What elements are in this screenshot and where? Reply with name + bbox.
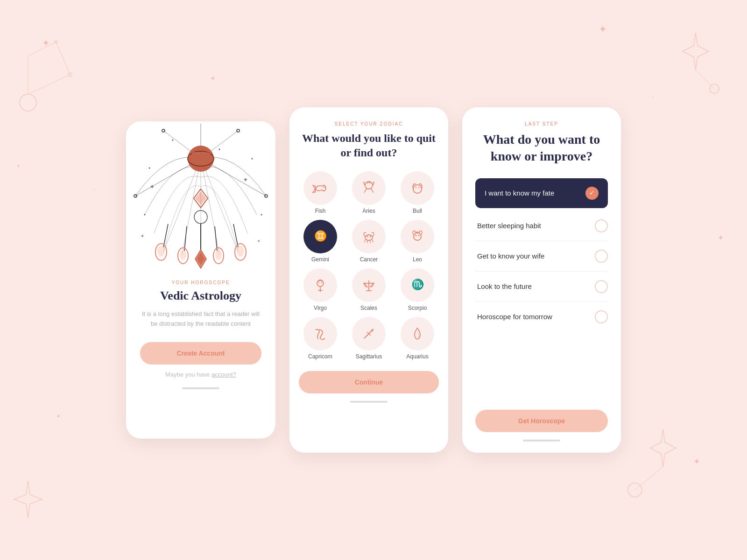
- svg-point-65: [414, 233, 421, 240]
- svg-point-71: [321, 282, 322, 283]
- svg-point-56: [324, 187, 325, 188]
- svg-line-10: [635, 467, 663, 490]
- zodiac-scales-icon: [352, 268, 386, 302]
- svg-point-70: [318, 282, 319, 283]
- get-horoscope-button[interactable]: Get Horoscope: [475, 410, 608, 432]
- zodiac-aquarius-label: Aquarius: [406, 353, 428, 360]
- last-step-label: LAST STEP: [475, 121, 608, 126]
- option-wife[interactable]: Get to know your wife: [475, 241, 608, 272]
- svg-point-9: [628, 483, 642, 497]
- zodiac-scorpio-icon: ♏: [401, 268, 434, 302]
- svg-point-58: [413, 185, 422, 193]
- zodiac-capricorn-label: Capricorn: [308, 353, 332, 360]
- zodiac-gemini-label: Gemini: [311, 256, 329, 263]
- create-account-button[interactable]: Create Account: [140, 342, 261, 364]
- zodiac-leo-label: Leo: [413, 256, 422, 263]
- svg-point-17: [261, 214, 262, 216]
- svg-point-76: [373, 282, 374, 284]
- screen1-description: It is a long established fact that a rea…: [140, 309, 261, 329]
- zodiac-gemini-icon: ♊: [303, 220, 337, 253]
- svg-point-6: [68, 73, 72, 77]
- svg-point-59: [416, 187, 416, 188]
- zodiac-sagittarius[interactable]: Sagittarius: [347, 317, 390, 360]
- svg-point-44: [215, 250, 222, 260]
- option-list: I want to know my fate ✓ Better sleeping…: [475, 178, 608, 399]
- zodiac-sagittarius-icon: [352, 317, 386, 350]
- zodiac-cancer-icon: [352, 220, 386, 253]
- zodiac-virgo-label: Virgo: [314, 305, 327, 311]
- zodiac-virgo-icon: [303, 268, 337, 302]
- login-text: Maybe you have account?: [165, 371, 236, 378]
- svg-point-0: [20, 94, 36, 111]
- bottom-indicator-3: [523, 440, 560, 441]
- zodiac-fish[interactable]: Fish: [299, 171, 342, 214]
- svg-text:✦: ✦: [140, 233, 145, 239]
- svg-text:♊: ♊: [314, 230, 327, 242]
- svg-text:✦: ✦: [149, 183, 155, 190]
- svg-point-75: [363, 282, 365, 284]
- zodiac-bull-icon: [401, 171, 434, 205]
- zodiac-bull-label: Bull: [413, 208, 422, 214]
- option-fate-text: I want to know my fate: [485, 189, 554, 197]
- option-tomorrow-text: Horoscope for tomorrow: [477, 313, 552, 321]
- option-sleeping-text: Better sleeping habit: [477, 222, 541, 230]
- option-tomorrow[interactable]: Horoscope for tomorrow: [475, 302, 608, 332]
- zodiac-cancer[interactable]: Cancer: [347, 220, 390, 263]
- zodiac-gemini[interactable]: ♊ Gemini: [299, 220, 342, 263]
- zodiac-aries-label: Aries: [362, 208, 375, 214]
- zodiac-virgo[interactable]: Virgo: [299, 268, 342, 311]
- svg-point-68: [317, 280, 324, 287]
- option-future[interactable]: Look to the future: [475, 272, 608, 302]
- zodiac-aquarius-icon: [401, 317, 434, 350]
- svg-point-13: [219, 149, 220, 150]
- svg-text:✦: ✦: [257, 238, 261, 244]
- login-link[interactable]: account?: [211, 371, 236, 378]
- screen1-content: YOUR HOROSCOPE Vedic Astrology It is a l…: [126, 271, 275, 378]
- zodiac-leo[interactable]: Leo: [396, 220, 439, 263]
- option-fate-radio: ✓: [585, 187, 599, 200]
- screen2-card: SELECT YOUR ZODIAC What would you like t…: [289, 107, 448, 453]
- zodiac-aquarius[interactable]: Aquarius: [396, 317, 439, 360]
- svg-point-7: [710, 84, 719, 93]
- svg-point-47: [237, 245, 244, 257]
- screen1-card: ✦ ✦ ✦ ✦ YOUR HOROSCOPE Vedic Astrology I…: [126, 121, 275, 439]
- svg-line-2: [28, 42, 56, 56]
- option-tomorrow-radio: [595, 310, 608, 323]
- bottom-indicator-2: [350, 401, 388, 403]
- zodiac-capricorn-icon: [303, 317, 337, 350]
- option-future-radio: [595, 280, 608, 293]
- svg-line-4: [28, 75, 70, 94]
- option-fate[interactable]: I want to know my fate ✓: [475, 178, 608, 208]
- svg-point-28: [188, 146, 214, 172]
- screen1-title: Vedic Astrology: [160, 289, 241, 303]
- zodiac-grid: Fish Aries: [299, 171, 439, 360]
- zodiac-aries[interactable]: Aries: [347, 171, 390, 214]
- svg-text:✦: ✦: [243, 176, 248, 183]
- zodiac-sagittarius-label: Sagittarius: [356, 353, 382, 360]
- zodiac-scorpio[interactable]: ♏ Scorpio: [396, 268, 439, 311]
- svg-point-15: [252, 158, 253, 160]
- screen2-title: What would you like to quit or find out?: [299, 131, 439, 160]
- svg-text:♏: ♏: [411, 278, 424, 291]
- zodiac-bull[interactable]: Bull: [396, 171, 439, 214]
- option-sleeping[interactable]: Better sleeping habit: [475, 211, 608, 241]
- screen1-label: YOUR HOROSCOPE: [172, 280, 230, 285]
- astrology-illustration: ✦ ✦ ✦ ✦: [126, 121, 275, 271]
- zodiac-scorpio-label: Scorpio: [408, 305, 427, 311]
- zodiac-fish-label: Fish: [315, 208, 326, 214]
- zodiac-capricorn[interactable]: Capricorn: [299, 317, 342, 360]
- zodiac-fish-icon: [303, 171, 337, 205]
- screen3-card: LAST STEP What do you want to know or im…: [462, 107, 621, 453]
- zodiac-scales[interactable]: Scales: [347, 268, 390, 311]
- svg-point-67: [418, 235, 420, 237]
- screen3-title: What do you want to know or improve?: [475, 131, 608, 165]
- svg-point-14: [149, 168, 150, 169]
- option-future-text: Look to the future: [477, 282, 532, 290]
- svg-point-66: [416, 235, 417, 237]
- bottom-indicator: [182, 387, 219, 389]
- select-zodiac-label: SELECT YOUR ZODIAC: [335, 121, 403, 126]
- svg-line-8: [696, 70, 714, 89]
- continue-button[interactable]: Continue: [299, 371, 439, 393]
- zodiac-aries-icon: [352, 171, 386, 205]
- zodiac-cancer-label: Cancer: [360, 256, 378, 263]
